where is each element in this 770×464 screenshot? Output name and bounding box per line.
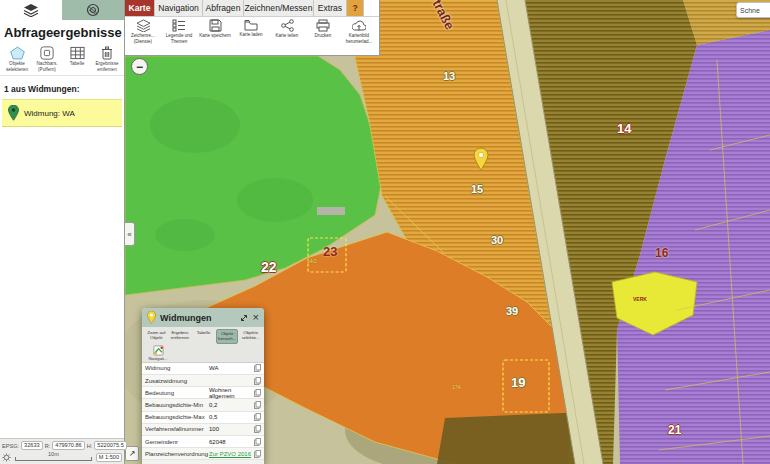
menubar: Karte Navigation Abfragen Zeichnen/Messe… xyxy=(125,0,379,17)
popup-toolbar: Zoom auf Objekt Ergebnis entfernen Tabel… xyxy=(142,327,264,363)
navigate-icon xyxy=(145,345,171,356)
table-row: Zusatzwidmung xyxy=(142,375,264,387)
parcel-label-21: 21 xyxy=(668,423,681,437)
popup-title: Widmungen xyxy=(160,313,235,323)
map-canvas[interactable]: 13 14 15 16 19 21 22 23 30 39 VERK 14/2 … xyxy=(125,0,770,464)
table-icon xyxy=(62,46,92,60)
parcel-label-16: 16 xyxy=(655,246,668,260)
copy-icon[interactable] xyxy=(254,364,261,372)
sidebar-tab-layers[interactable] xyxy=(0,0,62,20)
parcel-label-23: 23 xyxy=(323,244,337,259)
menu-tab-zeichnen-messen[interactable]: Zeichnen/Messen xyxy=(244,0,314,16)
close-icon[interactable]: × xyxy=(253,312,259,323)
table-row: Bedeutung Wohnen allgemein xyxy=(142,387,264,399)
navigate-button[interactable]: Navigati... xyxy=(145,345,171,361)
save-map-button[interactable]: Karte speichern xyxy=(197,19,233,55)
save-icon xyxy=(197,19,233,32)
scale-value: M 1:500 xyxy=(96,453,122,462)
webgis-app: 13 14 15 16 19 21 22 23 30 39 VERK 14/2 … xyxy=(0,0,770,464)
popup-widmungen: Widmungen × Zoom auf Objekt Ergebnis ent… xyxy=(142,308,264,464)
parcel-label-15: 15 xyxy=(471,183,483,195)
menu-tab-abfragen[interactable]: Abfragen xyxy=(203,0,244,16)
buffer-tool[interactable]: Nachbars. (Puffern) xyxy=(32,46,62,72)
parcel-label-14-2: 14/2 xyxy=(307,258,317,264)
popup-titlebar[interactable]: Widmungen × xyxy=(142,308,264,327)
share-icon xyxy=(269,19,305,32)
menu-tab-extras[interactable]: Extras xyxy=(314,0,347,16)
remove-results-tool[interactable]: Ergebnisse entfernen xyxy=(92,46,122,72)
folder-icon xyxy=(233,19,269,31)
table-row: Gemeindenr 62048 xyxy=(142,436,264,448)
copy-icon[interactable] xyxy=(254,413,261,421)
table-row: Bebauungsdichte-Min 0,2 xyxy=(142,399,264,411)
popout-button[interactable]: ↗ xyxy=(125,446,139,461)
table-row: Planzeichenverordnung Zur PZVO 2016 xyxy=(142,448,264,460)
table-row: Bebauungsdichte-Max 0,5 xyxy=(142,412,264,424)
layers-icon xyxy=(23,3,39,17)
parcel-label-19: 19 xyxy=(511,375,525,390)
top-panel: Karte Navigation Abfragen Zeichnen/Messe… xyxy=(125,0,380,56)
identify-icon xyxy=(86,3,100,17)
copy-icon[interactable] xyxy=(254,425,261,433)
zoom-to-object-button[interactable]: Zoom auf Objekt xyxy=(145,329,168,344)
layers-icon xyxy=(125,19,161,32)
load-map-button[interactable]: Karte laden xyxy=(233,19,269,55)
legend-button[interactable]: Legende und Themen xyxy=(161,19,197,55)
h-coordinate: 5220075.5 xyxy=(94,441,126,450)
search-input[interactable] xyxy=(736,2,770,18)
parcel-label-174: 174 xyxy=(452,384,460,390)
highlight-object-button[interactable]: Objekt hervorh... xyxy=(216,329,239,344)
trash-icon xyxy=(92,46,122,60)
parcel-label-14: 14 xyxy=(617,121,631,136)
copy-icon[interactable] xyxy=(254,377,261,385)
copy-icon[interactable] xyxy=(254,438,261,446)
printer-icon xyxy=(305,19,341,32)
parcel-label-22: 22 xyxy=(261,259,277,275)
polygon-select-icon xyxy=(2,46,32,60)
map-toolbar: Zeichenre... (Dienste) Legende und Theme… xyxy=(125,17,379,55)
sidebar-toolbar: Objekte selektieren Nachbars. (Puffern) … xyxy=(0,44,124,76)
result-pin-icon xyxy=(8,105,19,121)
buffer-icon xyxy=(32,46,62,60)
pin-icon xyxy=(147,311,156,324)
status-bar: EPSG: 32633 R: 479970.86 H: 5220075.5 10… xyxy=(0,438,124,464)
h-label: H: xyxy=(87,443,93,449)
menu-tab-help[interactable]: ? xyxy=(347,0,364,16)
parcel-label-13: 13 xyxy=(443,70,455,82)
copy-icon[interactable] xyxy=(254,450,261,458)
r-label: R: xyxy=(45,443,51,449)
copy-icon[interactable] xyxy=(254,401,261,409)
scale-bar: 10m xyxy=(15,453,92,462)
sidebar-collapse-button[interactable]: « xyxy=(125,222,135,246)
result-item-label: Widmung: WA xyxy=(24,109,75,118)
select-objects-button[interactable]: Objekte selektie... xyxy=(239,329,262,344)
download-icon xyxy=(341,19,377,32)
zone-label-verk: VERK xyxy=(633,296,647,302)
table-tool[interactable]: Tabelle xyxy=(62,46,92,72)
r-coordinate: 479970.86 xyxy=(52,441,84,450)
share-map-button[interactable]: Karte teilen xyxy=(269,19,305,55)
table-button[interactable]: Tabelle xyxy=(192,329,215,344)
gear-icon[interactable] xyxy=(2,453,11,462)
result-item-widmung[interactable]: Widmung: WA xyxy=(2,99,122,127)
expand-icon[interactable] xyxy=(239,313,249,323)
epsg-value: 32633 xyxy=(21,441,43,450)
services-button[interactable]: Zeichenre... (Dienste) xyxy=(125,19,161,55)
menu-tab-karte[interactable]: Karte xyxy=(125,0,155,16)
remove-result-button[interactable]: Ergebnis entfernen xyxy=(169,329,192,344)
table-row: Widmung WA xyxy=(142,363,264,375)
legend-icon xyxy=(161,19,197,32)
download-image-button[interactable]: Kartenbild herunterlad... xyxy=(341,19,377,55)
sidebar: Abfrageergebnisse Objekte selektieren Na… xyxy=(0,0,125,464)
epsg-label: EPSG: xyxy=(2,443,19,449)
attribute-table: Widmung WA Zusatzwidmung Bedeutung Wohne… xyxy=(142,363,264,461)
copy-icon[interactable] xyxy=(254,389,261,397)
result-count: 1 aus Widmungen: xyxy=(0,76,124,99)
zoom-out-button[interactable]: − xyxy=(131,58,148,75)
pzvo-link[interactable]: Zur PZVO 2016 xyxy=(209,451,254,457)
select-objects-tool[interactable]: Objekte selektieren xyxy=(2,46,32,72)
parcel-label-30: 30 xyxy=(491,234,503,246)
sidebar-tab-results[interactable] xyxy=(62,0,124,20)
menu-tab-navigation[interactable]: Navigation xyxy=(155,0,203,16)
print-button[interactable]: Drucken xyxy=(305,19,341,55)
